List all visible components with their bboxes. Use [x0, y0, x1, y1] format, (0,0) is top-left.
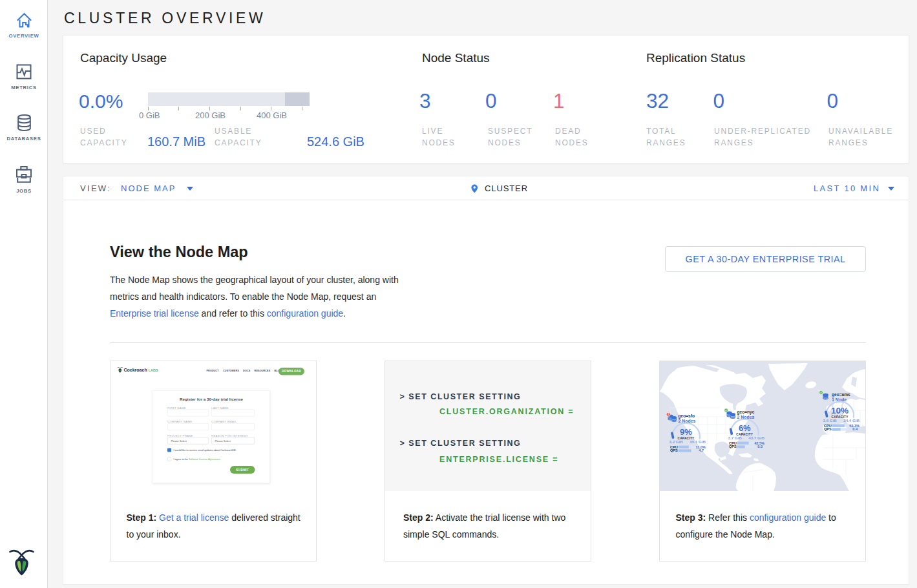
svg-text:3.7 GiB: 3.7 GiB [728, 436, 743, 440]
svg-text:4.7: 4.7 [699, 448, 704, 452]
svg-text:3.6 GiB: 3.6 GiB [823, 418, 838, 423]
svg-text:9%: 9% [680, 427, 692, 437]
svg-text:QPS: QPS [729, 445, 737, 448]
svg-text:QPS: QPS [824, 427, 832, 431]
svg-text:geo=sfo: geo=sfo [679, 414, 695, 419]
svg-text:0.4: 0.4 [852, 427, 858, 431]
svg-text:geo=ams: geo=ams [832, 392, 850, 397]
svg-text:geo=nyc: geo=nyc [737, 410, 755, 415]
svg-text:QPS: QPS [670, 448, 678, 452]
svg-text:6%: 6% [739, 423, 751, 433]
svg-text:43.7 GiB: 43.7 GiB [748, 436, 764, 440]
svg-text:0.0: 0.0 [757, 445, 763, 448]
svg-text:3.2 GiB: 3.2 GiB [669, 439, 684, 444]
svg-text:10%: 10% [831, 406, 848, 415]
svg-text:34.4 GiB: 34.4 GiB [843, 418, 859, 423]
svg-text:35.1 GiB: 35.1 GiB [690, 439, 706, 444]
